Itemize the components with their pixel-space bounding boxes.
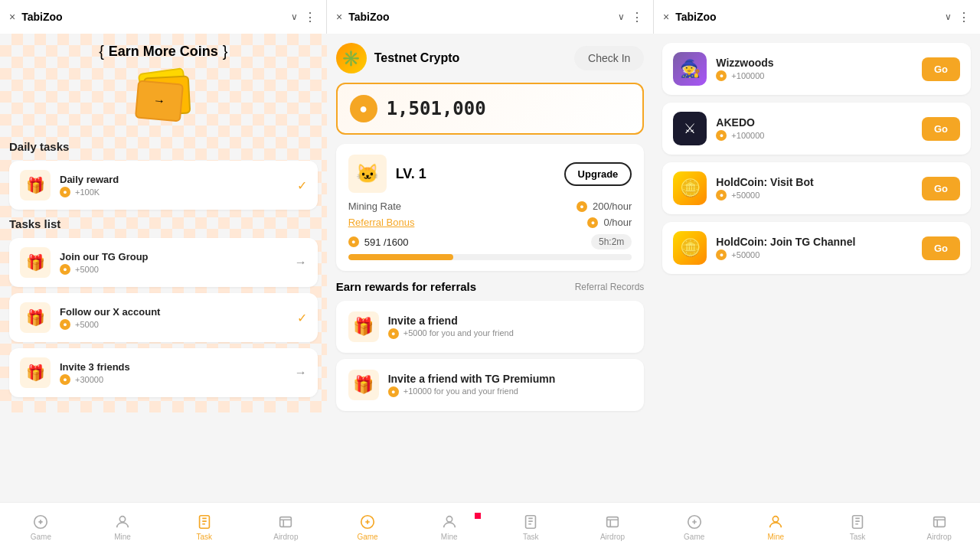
chevron-1[interactable]: ∨ [291,11,298,22]
go-button-akedo[interactable]: Go [922,117,960,141]
bottom-nav-1: Game Mine Task [0,502,327,551]
referral-info-2: Invite a friend with TG Premiumn ● +1000… [388,373,632,397]
nav-label-game-1: Game [31,533,51,541]
dots-3[interactable]: ⋮ [958,10,971,24]
dots-2[interactable]: ⋮ [631,10,644,24]
partner-name-akedo: AKEDO [716,116,913,129]
bottom-nav-3: Game Mine Task [653,502,980,551]
coin-icon-tg: ● [60,264,70,275]
task-name-daily: Daily reward [60,174,288,185]
balance-coin-icon: ● [350,95,377,122]
task-tg-group[interactable]: 🎁 Join our TG Group ● +5000 → [9,238,318,287]
coin-icon-referral: ● [587,217,598,228]
nav-mine-1[interactable]: Mine [82,513,164,541]
referral-header: Earn rewards for referrals Referral Reco… [336,280,645,293]
referral-name-1: Invite a friend [388,315,632,327]
referral-item-2[interactable]: 🎁 Invite a friend with TG Premiumn ● +10… [336,359,645,411]
close-btn-1[interactable]: × [9,11,15,23]
referral-item-1[interactable]: 🎁 Invite a friend ● +5000 for you and yo… [336,301,645,353]
task-info-invite: Invite 3 friends ● +30000 [60,361,286,385]
chevron-2[interactable]: ∨ [618,11,625,22]
referral-name-2: Invite a friend with TG Premiumn [388,373,632,385]
main-content: { Earn More Coins } 🪙 🎁 → [0,34,980,551]
check-in-button[interactable]: Check In [574,46,644,70]
go-button-wizzwoods[interactable]: Go [922,57,960,81]
task-icon-x: 🎁 [20,302,51,333]
task-name-x: Follow our X account [60,306,288,318]
progress-bar [348,254,632,260]
partner-reward-wizzwoods: ● +100000 [716,70,913,81]
svg-rect-3 [199,516,209,529]
go-button-holdcoin2[interactable]: Go [922,236,960,260]
task-icon-nav-3 [848,513,867,531]
progress-fill [348,254,453,260]
notification-dot [475,513,481,519]
task-reward-daily: ● +100K [60,187,288,197]
topbar-panel3: × TabiZoo ∨ ⋮ [654,0,980,34]
panel-game-scroll[interactable]: ✳️ Testnet Crypto Check In ● 1,501,000 🐱… [327,34,654,502]
dots-1[interactable]: ⋮ [304,10,317,24]
nav-task-1[interactable]: Task [163,513,245,541]
nav-label-airdrop-1: Airdrop [273,533,298,541]
close-btn-3[interactable]: × [663,11,669,23]
panel-task-scroll[interactable]: { Earn More Coins } 🪙 🎁 → [0,34,327,502]
go-button-holdcoin1[interactable]: Go [922,177,960,201]
task-invite[interactable]: 🎁 Invite 3 friends ● +30000 → [9,348,318,397]
game-icon-3 [685,513,704,531]
mining-rate-label: Mining Rate [348,201,401,212]
task-icon-daily: 🎁 [20,170,51,201]
partner-avatar-wizzwoods: 🧙 [673,52,707,86]
task-reward-tg: ● +5000 [60,264,286,275]
task-daily-reward[interactable]: 🎁 Daily reward ● +100K ✓ [9,161,318,210]
panel-task: { Earn More Coins } 🪙 🎁 → [0,34,327,551]
nav-airdrop-1[interactable]: Airdrop [245,513,327,541]
task-x-account[interactable]: 🎁 Follow our X account ● +5000 ✓ [9,293,318,342]
referral-sub-1: ● +5000 for you and your friend [388,328,632,339]
panel-mine: 🧙 Wizzwoods ● +100000 Go ⚔ [653,34,980,551]
airdrop-icon-2 [603,513,622,531]
nav-label-airdrop-3: Airdrop [927,533,952,541]
nav-mine-3[interactable]: Mine [735,513,817,541]
partner-info-holdcoin1: HoldCoin: Visit Bot ● +50000 [716,176,913,201]
task-info-tg: Join our TG Group ● +5000 [60,251,286,275]
nav-game-1[interactable]: Game [0,513,82,541]
task-info-x: Follow our X account ● +5000 [60,306,288,330]
daily-tasks-title: Daily tasks [9,140,318,153]
nav-game-2[interactable]: Game [327,513,409,541]
referral-records-link[interactable]: Referral Records [575,282,645,292]
panel-mine-scroll[interactable]: 🧙 Wizzwoods ● +100000 Go ⚔ [653,34,980,502]
airdrop-icon-3 [930,513,949,531]
svg-rect-7 [526,516,536,529]
nav-airdrop-2[interactable]: Airdrop [572,513,654,541]
chevron-3[interactable]: ∨ [945,11,952,22]
partner-item-holdcoin2: 🪙 HoldCoin: Join TG Channel ● +50000 Go [662,222,971,274]
referral-bonus-label[interactable]: Referral Bonus [348,217,415,228]
coin-visual: 🪙 🎁 → [129,70,198,124]
topbar-panel1: × TabiZoo ∨ ⋮ [0,0,327,34]
partner-info-akedo: AKEDO ● +100000 [716,116,913,141]
nav-mine-2[interactable]: Mine [408,513,490,541]
coin-icon-holdcoin1: ● [716,190,727,201]
tasks-list-title: Tasks list [9,217,318,230]
referral-icon-2: 🎁 [348,370,379,400]
bottom-nav-2: Game Mine Task [327,502,654,551]
referral-bonus-value: ● 0/hour [587,217,632,228]
svg-point-10 [773,517,779,522]
partner-reward-holdcoin2: ● +50000 [716,249,913,260]
nav-task-2[interactable]: Task [490,513,572,541]
close-btn-2[interactable]: × [336,11,342,23]
partner-item-wizzwoods: 🧙 Wizzwoods ● +100000 Go [662,43,971,95]
bracket-left: { [99,43,104,60]
nav-game-3[interactable]: Game [653,513,735,541]
task-icon-nav-1 [195,513,214,531]
nav-task-3[interactable]: Task [817,513,899,541]
panel-mine-content: 🧙 Wizzwoods ● +100000 Go ⚔ [653,34,980,291]
nav-airdrop-3[interactable]: Airdrop [898,513,980,541]
partner-info-holdcoin2: HoldCoin: Join TG Channel ● +50000 [716,236,913,260]
coin-stack-image: 🪙 🎁 → [125,67,201,128]
coin-icon-ref2: ● [388,386,399,397]
upgrade-button[interactable]: Upgrade [564,162,632,186]
svg-point-1 [40,521,41,523]
coin-icon-wizzwoods: ● [716,70,727,81]
game-icon-2 [358,513,377,531]
